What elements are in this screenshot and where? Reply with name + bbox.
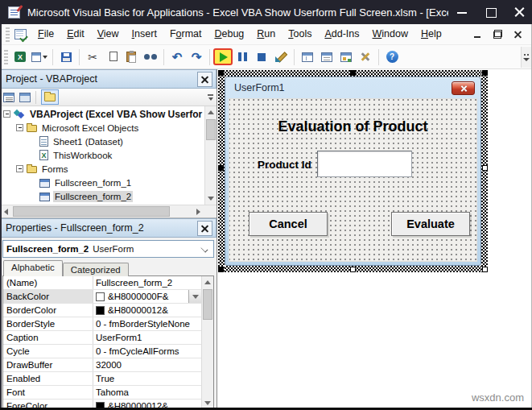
cut-button[interactable] [83, 48, 102, 67]
tree-item-forms[interactable]: Forms [0, 162, 204, 176]
scroll-up-icon[interactable] [202, 276, 213, 288]
mdi-close-button[interactable] [513, 30, 522, 39]
tree-item-microsoft-excel-objects[interactable]: Microsoft Excel Objects [0, 121, 204, 135]
userform-titlebar[interactable]: UserForm1 [225, 77, 480, 98]
property-value[interactable]: 32000 [93, 358, 201, 371]
scrollbar-thumb[interactable] [203, 289, 212, 320]
toolbar-options-button[interactable] [521, 47, 531, 68]
maximize-button[interactable] [485, 6, 497, 18]
tree-item-fullscreen-form-1[interactable]: Fullscreen_form_1 [0, 176, 204, 189]
project-panel-close-icon[interactable] [197, 72, 212, 87]
insert-userform-button[interactable] [30, 48, 49, 67]
toggle-folders-button[interactable] [41, 89, 59, 105]
run-sub-userform-button[interactable] [213, 48, 233, 67]
find-button[interactable] [141, 48, 160, 67]
property-value[interactable]: True [93, 372, 201, 385]
scroll-right-icon[interactable] [192, 205, 204, 217]
scrollbar-thumb[interactable] [206, 119, 216, 140]
resize-handle-top-right[interactable] [482, 70, 488, 76]
break-button[interactable] [233, 48, 252, 67]
property-value[interactable]: 0 - fmBorderStyleNone [93, 317, 201, 330]
mdi-minimize-button[interactable] [473, 30, 482, 39]
resize-handle-top-left[interactable] [218, 70, 224, 76]
cancel-button-control[interactable]: Cancel [249, 212, 328, 236]
tree-item-vbaproject-excel-vba-show-userfor[interactable]: VBAProject (Excel VBA Show Userfor [0, 107, 204, 121]
property-value[interactable]: &H8000000F& [93, 290, 201, 303]
child-window-icon[interactable] [14, 29, 27, 39]
property-row-backcolor[interactable]: BackColor&H8000000F& [3, 290, 201, 304]
heading-label-control[interactable]: Evaluation of Product [229, 118, 476, 135]
resize-handle-top-middle[interactable] [350, 70, 356, 76]
view-code-icon[interactable] [3, 93, 14, 102]
menu-item-file[interactable]: File [31, 24, 60, 44]
resize-handle-bottom-middle[interactable] [350, 267, 356, 272]
project-tree-horizontal-scrollbar[interactable] [0, 205, 217, 217]
property-row-bordercolor[interactable]: BorderColor&H80000012& [3, 304, 201, 317]
tree-item-fullscreen-form-2[interactable]: Fullscreen_form_2 [0, 189, 204, 203]
menu-item-add-ins[interactable]: Add-Ins [318, 24, 365, 44]
tab-alphabetic[interactable]: Alphabetic [3, 260, 63, 276]
scroll-up-icon[interactable] [205, 106, 217, 118]
property-row-font[interactable]: FontTahoma [3, 386, 201, 400]
scroll-down-icon[interactable] [205, 193, 217, 205]
object-selector-dropdown[interactable]: Fullscreen_form_2 UserForm [2, 240, 214, 258]
menu-item-debug[interactable]: Debug [208, 24, 250, 44]
menu-item-tools[interactable]: Tools [282, 24, 318, 44]
tree-item-sheet1-dataset[interactable]: Sheet1 (Dataset) [0, 135, 204, 148]
dropdown-button[interactable] [188, 290, 201, 303]
product-id-textbox-control[interactable] [317, 151, 412, 177]
design-mode-button[interactable] [271, 48, 291, 67]
menu-item-view[interactable]: View [91, 24, 126, 44]
view-microsoft-excel-button[interactable] [10, 48, 30, 67]
menu-item-insert[interactable]: Insert [126, 24, 163, 44]
help-button[interactable] [382, 48, 402, 67]
userform-window[interactable]: UserForm1 Evaluation of Product Product … [225, 77, 481, 266]
project-tree-vertical-scrollbar[interactable] [204, 106, 217, 205]
properties-vertical-scrollbar[interactable] [201, 276, 213, 409]
userform-body[interactable]: Evaluation of Product Product Id Cancel … [229, 98, 477, 262]
close-button[interactable] [514, 6, 526, 18]
properties-panel-close-icon[interactable] [197, 221, 212, 236]
paste-button[interactable] [122, 48, 141, 67]
property-row-caption[interactable]: CaptionUserForm1 [3, 331, 201, 345]
property-row-enabled[interactable]: EnabledTrue [3, 372, 201, 386]
tab-categorized[interactable]: Categorized [63, 263, 129, 276]
resize-handle-bottom-left[interactable] [218, 267, 224, 272]
property-value[interactable]: 0 - fmCycleAllForms [93, 345, 201, 358]
collapse-expander-icon[interactable] [3, 110, 10, 118]
object-browser-button[interactable] [336, 48, 356, 67]
mdi-restore-button[interactable] [493, 30, 502, 39]
toolbar-grip[interactable] [4, 50, 8, 64]
resize-handle-middle-left[interactable] [218, 165, 224, 171]
menu-item-edit[interactable]: Edit [60, 24, 91, 44]
evaluate-button-control[interactable]: Evaluate [391, 212, 470, 236]
minimize-button[interactable] [456, 6, 468, 18]
product-id-label-control[interactable]: Product Id [258, 159, 311, 171]
project-toolbar-options-button[interactable] [206, 91, 215, 104]
menu-item-run[interactable]: Run [250, 24, 282, 44]
property-row-cycle[interactable]: Cycle0 - fmCycleAllForms [3, 345, 201, 358]
property-row-borderstyle[interactable]: BorderStyle0 - fmBorderStyleNone [3, 317, 201, 331]
property-value[interactable]: Tahoma [93, 386, 201, 399]
properties-window-button[interactable] [317, 48, 336, 67]
collapse-expander-icon[interactable] [16, 165, 23, 172]
userform-close-button[interactable] [452, 81, 475, 95]
menu-item-format[interactable]: Format [163, 24, 208, 44]
property-row-drawbuffer[interactable]: DrawBuffer32000 [3, 358, 201, 372]
save-button[interactable] [56, 48, 76, 67]
resize-handle-bottom-right[interactable] [482, 267, 488, 272]
property-value[interactable]: &H80000012& [93, 304, 201, 317]
toolbox-button[interactable] [356, 48, 375, 67]
property-row-name[interactable]: (Name)Fullscreen_form_2 [3, 276, 201, 290]
scroll-left-icon[interactable] [0, 205, 12, 217]
undo-button[interactable] [167, 48, 187, 67]
scrollbar-thumb[interactable] [13, 206, 170, 217]
copy-button[interactable] [102, 48, 122, 67]
menu-item-help[interactable]: Help [414, 24, 448, 44]
resize-handle-middle-right[interactable] [482, 165, 488, 171]
redo-button[interactable] [187, 48, 206, 67]
menu-item-window[interactable]: Window [366, 24, 414, 44]
menubar-grip[interactable] [6, 27, 10, 42]
property-value[interactable]: UserForm1 [93, 331, 201, 344]
view-object-icon[interactable] [19, 93, 31, 102]
